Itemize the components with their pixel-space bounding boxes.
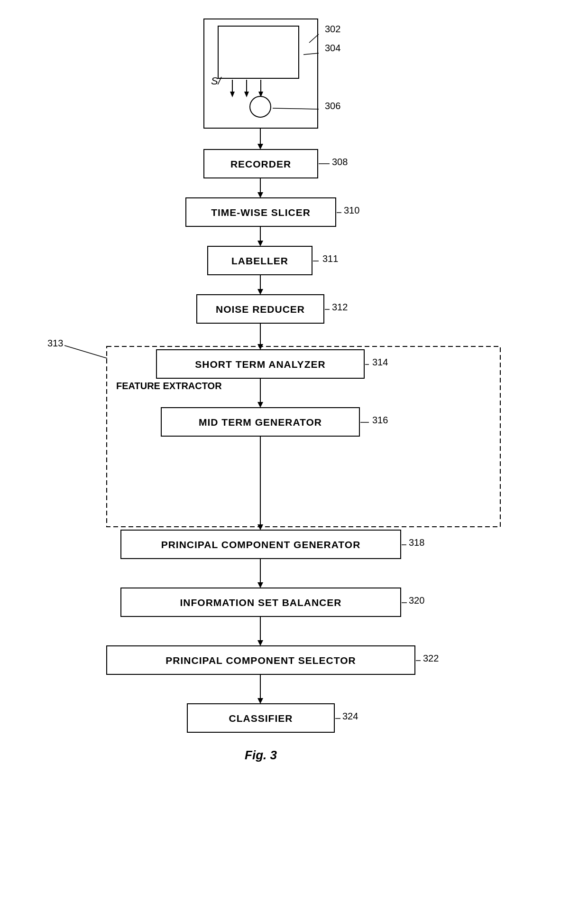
- svg-rect-76: [187, 704, 334, 732]
- svg-line-45: [64, 345, 107, 358]
- svg-marker-35: [257, 289, 263, 295]
- svg-marker-4: [230, 92, 235, 97]
- svg-text:318: 318: [409, 537, 424, 548]
- svg-text:NOISE REDUCER: NOISE REDUCER: [216, 304, 305, 315]
- diagram-container: S/ 302 304 306 RECORDER 308: [0, 0, 588, 905]
- svg-text:SHORT TERM ANALYZER: SHORT TERM ANALYZER: [195, 359, 325, 370]
- svg-rect-36: [197, 295, 324, 323]
- svg-marker-75: [257, 698, 263, 704]
- svg-text:TIME-WISE SLICER: TIME-WISE SLICER: [211, 207, 311, 218]
- svg-text:CLASSIFIER: CLASSIFIER: [229, 713, 293, 724]
- svg-marker-23: [257, 192, 263, 198]
- svg-marker-69: [257, 640, 263, 646]
- svg-rect-24: [186, 198, 336, 226]
- svg-text:RECORDER: RECORDER: [230, 159, 291, 169]
- svg-text:MID TERM GENERATOR: MID TERM GENERATOR: [199, 417, 322, 428]
- svg-text:LABELLER: LABELLER: [231, 255, 288, 266]
- svg-rect-42: [107, 346, 500, 527]
- svg-text:PRINCIPAL COMPONENT GENERATOR: PRINCIPAL COMPONENT GENERATOR: [161, 539, 361, 550]
- svg-text:322: 322: [423, 653, 439, 663]
- svg-rect-0: [204, 19, 318, 128]
- svg-arrows: S/ 302 304 306 RECORDER 308: [0, 0, 588, 905]
- svg-text:S/: S/: [211, 75, 222, 87]
- svg-line-11: [309, 34, 319, 43]
- svg-text:312: 312: [332, 302, 348, 312]
- svg-text:306: 306: [325, 101, 340, 111]
- svg-marker-41: [257, 344, 263, 350]
- svg-text:324: 324: [342, 711, 358, 721]
- svg-rect-18: [204, 149, 318, 178]
- svg-line-15: [273, 108, 319, 109]
- svg-point-9: [250, 96, 271, 117]
- svg-rect-58: [121, 530, 401, 559]
- svg-text:313: 313: [47, 338, 63, 348]
- svg-text:311: 311: [322, 253, 338, 264]
- svg-line-13: [303, 53, 319, 55]
- svg-text:Fig. 3: Fig. 3: [245, 748, 277, 762]
- svg-text:PRINCIPAL COMPONENT SELECTOR: PRINCIPAL COMPONENT SELECTOR: [165, 655, 356, 666]
- svg-rect-70: [107, 646, 415, 674]
- svg-marker-17: [257, 144, 263, 149]
- svg-marker-6: [244, 92, 249, 97]
- svg-marker-8: [258, 92, 263, 97]
- svg-text:304: 304: [325, 43, 340, 53]
- svg-text:302: 302: [325, 24, 340, 34]
- svg-marker-29: [257, 241, 263, 246]
- svg-rect-64: [121, 588, 401, 616]
- svg-marker-57: [257, 524, 263, 530]
- svg-rect-46: [156, 350, 364, 378]
- svg-rect-52: [161, 408, 359, 436]
- svg-rect-30: [208, 246, 312, 275]
- svg-text:310: 310: [344, 205, 359, 215]
- svg-marker-51: [257, 402, 263, 408]
- svg-text:316: 316: [372, 415, 388, 425]
- svg-marker-63: [257, 582, 263, 588]
- svg-text:314: 314: [372, 357, 388, 367]
- svg-text:320: 320: [409, 595, 424, 606]
- svg-text:FEATURE EXTRACTOR: FEATURE EXTRACTOR: [116, 381, 222, 391]
- svg-text:INFORMATION SET BALANCER: INFORMATION SET BALANCER: [180, 597, 342, 608]
- svg-rect-1: [218, 26, 299, 78]
- svg-text:308: 308: [332, 157, 348, 167]
